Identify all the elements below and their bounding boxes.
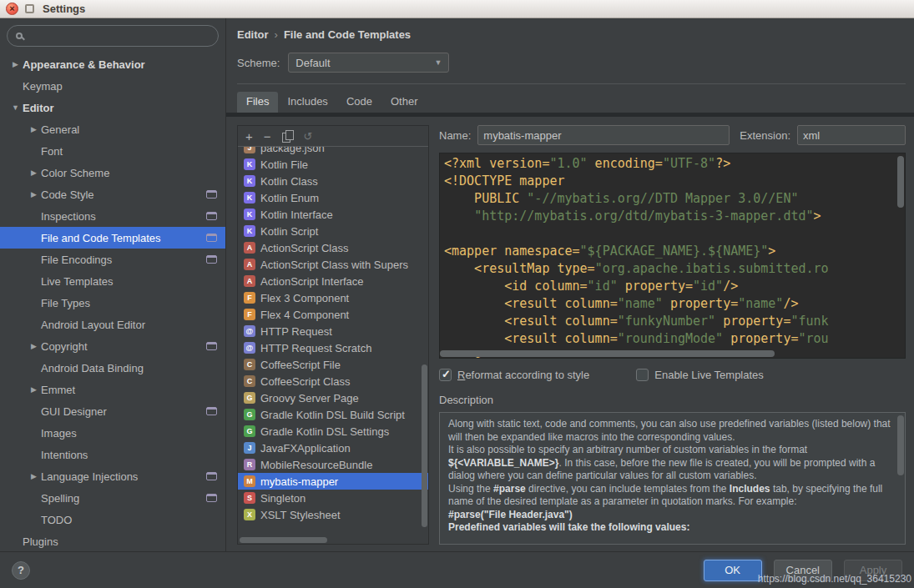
search-input[interactable] [28, 29, 210, 43]
editor-vertical-scrollbar[interactable] [897, 156, 904, 208]
tab-label: Other [391, 95, 418, 108]
json-file-icon: J [244, 147, 255, 153]
sidebar-item-android-layout-editor[interactable]: Android Layout Editor [0, 314, 225, 335]
template-list-item[interactable]: J JavaFXApplication [238, 440, 428, 456]
sidebar-item-general[interactable]: ▶ General [0, 118, 225, 140]
sidebar-item-file-encodings[interactable]: File Encodings [0, 249, 225, 270]
template-list-item[interactable]: @ HTTP Request Scratch [238, 339, 428, 356]
chevron-icon[interactable]: ▶ [27, 342, 41, 350]
sidebar-item-color-scheme[interactable]: ▶ Color Scheme [0, 162, 225, 183]
chevron-icon[interactable]: ▼ [8, 103, 23, 112]
kotlin-file-icon: K [244, 209, 255, 220]
chevron-icon[interactable]: ▶ [27, 190, 41, 199]
scheme-dropdown[interactable]: Default [288, 53, 449, 73]
sidebar-item-live-templates[interactable]: Live Templates [0, 270, 225, 292]
tab-files[interactable]: Files [237, 92, 278, 113]
sidebar-item-label: Intentions [41, 449, 88, 461]
template-list-item[interactable]: G Gradle Kotlin DSL Build Script [238, 406, 428, 423]
sidebar-item-code-style[interactable]: ▶ Code Style [0, 183, 225, 205]
sidebar-item-todo[interactable]: TODO [0, 509, 225, 530]
template-list-item[interactable]: X XSLT Stylesheet [238, 506, 428, 523]
template-list-item[interactable]: C CoffeeScript File [238, 356, 428, 373]
file-file-icon: M [244, 475, 255, 487]
titlebar: × Settings [0, 0, 914, 18]
template-list-item[interactable]: @ HTTP Request [238, 323, 428, 339]
restore-icon[interactable] [25, 4, 34, 13]
sidebar-item-intentions[interactable]: Intentions [0, 444, 225, 465]
sidebar-item-plugins[interactable]: Plugins [0, 530, 225, 551]
reformat-checkbox[interactable]: Reformat according to style [439, 369, 589, 381]
template-list-item[interactable]: K Kotlin Script [238, 223, 428, 239]
template-list-vertical-scrollbar[interactable] [422, 364, 427, 527]
editor-horizontal-scrollbar[interactable] [440, 350, 775, 357]
sidebar-item-file-and-code-templates[interactable]: File and Code Templates [0, 227, 225, 249]
sidebar-item-keymap[interactable]: Keymap [0, 75, 225, 97]
breadcrumb-editor[interactable]: Editor [237, 28, 269, 41]
ok-button[interactable]: OK [704, 560, 762, 581]
chevron-icon[interactable]: ▶ [27, 472, 41, 480]
screen-badge-icon [206, 342, 217, 350]
sidebar-item-android-data-binding[interactable]: Android Data Binding [0, 357, 225, 379]
add-template-icon[interactable] [245, 130, 253, 143]
sidebar-item-label: Copyright [41, 340, 88, 353]
sidebar-item-language-injections[interactable]: ▶ Language Injections [0, 465, 225, 487]
apply-button[interactable]: Apply [844, 560, 902, 581]
breadcrumb-page: File and Code Templates [284, 28, 411, 41]
template-name-input[interactable] [477, 125, 730, 145]
chevron-icon[interactable]: ▶ [27, 168, 41, 177]
template-list-item[interactable]: F Flex 3 Component [238, 289, 428, 306]
close-icon[interactable]: × [6, 3, 18, 15]
sidebar-item-images[interactable]: Images [0, 422, 225, 444]
template-list-item[interactable]: A ActionScript Class with Supers [238, 256, 428, 273]
sidebar-item-file-types[interactable]: File Types [0, 292, 225, 314]
template-list-item[interactable]: K Kotlin Class [238, 173, 428, 189]
template-list-item[interactable]: M mybatis-mapper [238, 473, 428, 490]
template-list-item[interactable]: K Kotlin Interface [238, 206, 428, 223]
template-list-horizontal-scrollbar[interactable] [240, 537, 327, 543]
template-item-label: ActionScript Interface [260, 275, 364, 288]
tab-other[interactable]: Other [381, 92, 427, 113]
template-code-editor[interactable]: <?xml version="1.0" encoding="UTF-8"?><!… [439, 153, 906, 359]
copy-template-icon[interactable] [282, 130, 293, 142]
cancel-button[interactable]: Cancel [774, 560, 832, 581]
flex-file-icon: F [244, 292, 255, 304]
template-list-item[interactable]: R MobileResourceBundle [238, 456, 428, 473]
sidebar-item-font[interactable]: Font [0, 140, 225, 162]
template-list-item[interactable]: K Kotlin Enum [238, 189, 428, 206]
help-button[interactable]: ? [12, 561, 30, 580]
remove-template-icon[interactable] [264, 130, 271, 143]
template-extension-input[interactable] [797, 125, 906, 145]
settings-search-box[interactable] [7, 25, 219, 47]
chevron-icon[interactable]: ▶ [27, 125, 41, 133]
kotlin-file-icon: K [244, 225, 255, 237]
sidebar-item-emmet[interactable]: ▶ Emmet [0, 379, 225, 400]
screen-badge-icon [206, 472, 217, 480]
sidebar-item-editor[interactable]: ▼ Editor [0, 97, 225, 118]
template-list-item[interactable]: A ActionScript Interface [238, 273, 428, 289]
template-item-label: ActionScript Class with Supers [260, 259, 408, 271]
sidebar-item-label: TODO [41, 514, 72, 526]
template-list-item[interactable]: G Groovy Server Page [238, 389, 428, 406]
template-list-item[interactable]: K Kotlin File [238, 156, 428, 173]
template-list-item[interactable]: F Flex 4 Component [238, 306, 428, 323]
template-list-item[interactable]: G Gradle Kotlin DSL Settings [238, 423, 428, 440]
description-vertical-scrollbar[interactable] [897, 415, 904, 475]
sidebar-item-appearance-behavior[interactable]: ▶ Appearance & Behavior [0, 53, 225, 75]
template-item-label: Flex 4 Component [260, 309, 349, 321]
chevron-icon[interactable]: ▶ [8, 60, 23, 68]
template-list-item[interactable]: C CoffeeScript Class [238, 373, 428, 389]
template-item-label: mybatis-mapper [260, 475, 338, 488]
revert-template-icon[interactable] [304, 130, 313, 143]
tab-code[interactable]: Code [337, 92, 381, 113]
template-list-item[interactable]: S Singleton [238, 490, 428, 506]
sidebar-item-inspections[interactable]: Inspections [0, 205, 225, 227]
sidebar-item-spelling[interactable]: Spelling [0, 487, 225, 509]
live-templates-checkbox[interactable]: Enable Live Templates [636, 369, 764, 381]
sidebar-item-label: Font [41, 145, 63, 158]
template-list-item[interactable]: J package.json [238, 147, 428, 156]
tab-includes[interactable]: Includes [278, 92, 336, 113]
chevron-icon[interactable]: ▶ [27, 385, 41, 394]
sidebar-item-gui-designer[interactable]: GUI Designer [0, 400, 225, 422]
template-list-item[interactable]: A ActionScript Class [238, 239, 428, 256]
sidebar-item-copyright[interactable]: ▶ Copyright [0, 335, 225, 357]
